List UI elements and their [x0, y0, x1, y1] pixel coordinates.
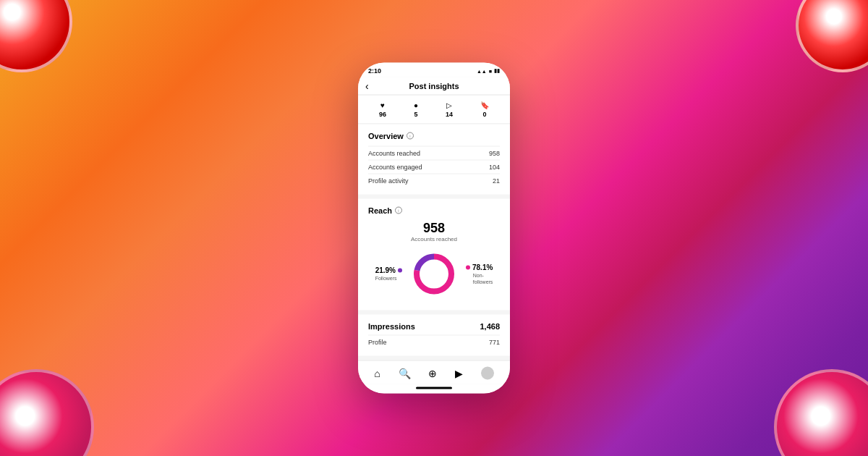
status-time: 2:10 — [368, 67, 381, 75]
nonfollowers-pct: 78.1% — [466, 263, 493, 271]
page-title: Post insights — [409, 82, 459, 90]
reach-header: Reach i — [368, 206, 500, 215]
bottom-nav: ⌂ 🔍 ⊕ ▶ — [358, 360, 510, 384]
followers-dot — [398, 268, 402, 272]
stat-shares: ▷ 14 — [446, 101, 453, 118]
followers-label: Followers — [375, 276, 397, 282]
accounts-reached-label: Accounts reached — [368, 150, 420, 157]
impressions-title: Impressions — [368, 322, 415, 331]
reels-nav-icon[interactable]: ▶ — [455, 368, 463, 379]
phone-frame: 2:10 ▲▲ ■ ▮▮ ‹ Post insights ♥ 96 ● 5 ▷ … — [358, 63, 510, 394]
overview-title: Overview — [368, 132, 404, 140]
shares-value: 14 — [446, 111, 453, 118]
back-button[interactable]: ‹ — [365, 80, 369, 92]
heart-icon: ♥ — [380, 101, 385, 109]
nonfollowers-legend: 78.1% Non-followers — [466, 263, 493, 285]
add-nav-icon[interactable]: ⊕ — [428, 368, 437, 379]
overview-section: Overview i Accounts reached 958 Accounts… — [358, 124, 510, 195]
impressions-section: Impressions 1,468 Profile 771 — [358, 315, 510, 356]
nonfollowers-label: Non-followers — [473, 273, 493, 285]
saves-value: 0 — [482, 111, 486, 118]
followers-pct: 21.9% — [375, 266, 402, 274]
accounts-engaged-label: Accounts engaged — [368, 164, 422, 171]
impressions-total: 1,468 — [480, 322, 500, 331]
overview-header: Overview i — [368, 132, 500, 140]
share-icon: ▷ — [446, 101, 452, 109]
accounts-engaged-value: 104 — [489, 164, 500, 171]
followers-pct-value: 21.9% — [375, 266, 396, 274]
content-area: Overview i Accounts reached 958 Accounts… — [358, 124, 510, 360]
home-bar — [416, 387, 452, 389]
overview-info-icon[interactable]: i — [407, 132, 414, 140]
stat-saves: 🔖 0 — [480, 101, 489, 118]
app-header: ‹ Post insights — [358, 77, 510, 96]
impressions-profile-row: Profile 771 — [368, 335, 500, 349]
accounts-engaged-row: Accounts engaged 104 — [368, 160, 500, 174]
followers-legend: 21.9% Followers — [375, 266, 402, 282]
home-nav-icon[interactable]: ⌂ — [374, 368, 380, 379]
impressions-profile-value: 771 — [489, 339, 500, 346]
reach-total-label: Accounts reached — [411, 236, 457, 242]
battery-icon: ▮▮ — [494, 68, 500, 74]
profile-activity-label: Profile activity — [368, 177, 409, 185]
comments-value: 5 — [414, 111, 417, 118]
reach-section: Reach i 958 Accounts reached 21.9% Follo… — [358, 199, 510, 311]
reach-title: Reach — [368, 206, 392, 215]
nonfollowers-dot — [466, 265, 470, 269]
wifi-icon: ▲▲ — [477, 68, 487, 73]
stat-likes: ♥ 96 — [379, 101, 386, 118]
home-indicator — [358, 384, 510, 394]
reach-total-value: 958 — [423, 221, 445, 236]
search-nav-icon[interactable]: 🔍 — [399, 368, 411, 379]
profile-activity-value: 21 — [493, 177, 500, 185]
reach-total-container: 958 Accounts reached — [368, 221, 500, 242]
accounts-reached-value: 958 — [489, 150, 500, 157]
signal-icon: ■ — [489, 68, 492, 73]
status-icons: ▲▲ ■ ▮▮ — [477, 68, 500, 74]
bookmark-icon: 🔖 — [480, 101, 489, 109]
likes-value: 96 — [379, 111, 386, 118]
accounts-reached-row: Accounts reached 958 — [368, 146, 500, 160]
quick-stats-row: ♥ 96 ● 5 ▷ 14 🔖 0 — [358, 96, 510, 124]
stat-comments: ● 5 — [414, 101, 418, 118]
comment-icon: ● — [414, 101, 418, 109]
nonfollowers-pct-value: 78.1% — [472, 263, 493, 271]
impressions-profile-label: Profile — [368, 339, 387, 346]
status-bar: 2:10 ▲▲ ■ ▮▮ — [358, 63, 510, 77]
reach-info-icon[interactable]: i — [395, 207, 402, 214]
impressions-header: Impressions 1,468 — [368, 322, 500, 331]
donut-chart — [411, 251, 457, 297]
profile-nav-avatar[interactable] — [481, 367, 494, 380]
donut-chart-container: 21.9% Followers — [368, 248, 500, 303]
profile-activity-row: Profile activity 21 — [368, 174, 500, 187]
